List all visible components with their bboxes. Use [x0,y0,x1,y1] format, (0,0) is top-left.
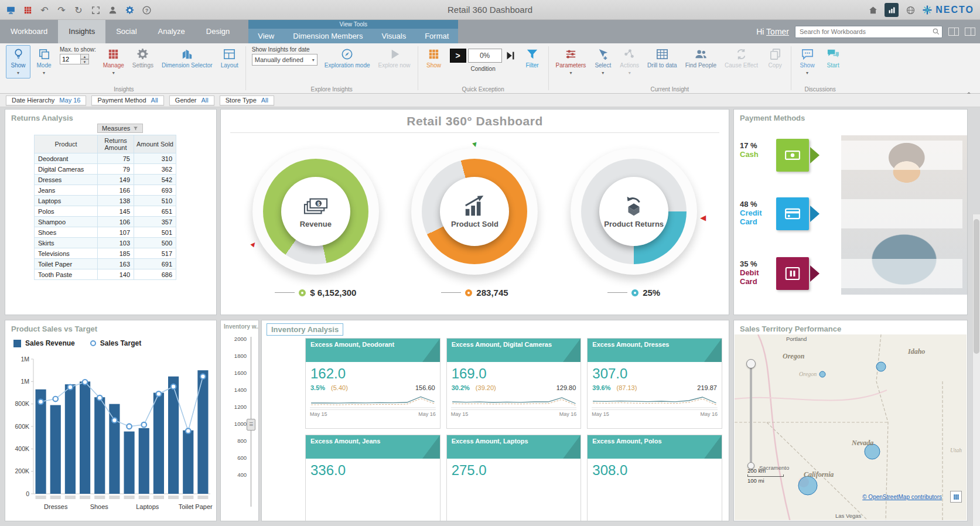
filter-payment-method[interactable]: Payment MethodAll [91,95,163,105]
user-name-link[interactable]: Tomer [766,27,789,36]
payment-method-row[interactable]: 17 % Cash [740,136,962,174]
sales-bubble[interactable] [819,371,825,377]
table-row[interactable]: Televisions185517 [35,248,176,259]
workboard-view-icon[interactable] [885,3,899,17]
tab-workboard[interactable]: Workboard [0,20,58,43]
table-row[interactable]: Polos145651 [35,206,176,217]
panel-title[interactable]: Inventory Analysis [267,323,343,336]
legend-sales-revenue[interactable]: Sales Revenue [13,339,75,347]
target-dot[interactable] [127,424,132,429]
osm-attribution-link[interactable]: © OpenStreetMap contributors [862,494,942,500]
zoom-handle[interactable] [746,359,756,368]
column-header-returns-amount[interactable]: Returns Amount [98,135,134,153]
tab-dimension-members[interactable]: Dimension Members [284,29,372,43]
actions-button[interactable]: Actions▾ [616,45,643,78]
product-returns-gauge[interactable]: Product Returns ◀ [571,148,697,275]
target-dot[interactable] [68,385,73,390]
map-zoom-slider[interactable] [746,359,756,470]
tab-view[interactable]: View [248,29,284,43]
target-dot[interactable] [38,399,43,405]
explore-now-button[interactable]: Explore now [375,45,414,71]
product-sold-gauge[interactable]: Product Sold ▼ [411,148,538,275]
revenue-bar[interactable] [153,393,164,494]
max-to-show-input[interactable] [60,54,81,64]
inventory-card[interactable]: Excess Amount, Polos308.0 [587,435,722,521]
greater-than-button[interactable]: > [450,49,466,63]
skip-to-exception-icon[interactable] [504,49,517,62]
table-row[interactable]: Tooth Paste140686 [35,269,176,280]
table-row[interactable]: Skirts103500 [35,238,176,248]
target-dot[interactable] [53,397,58,402]
dimension-selector-button[interactable]: Dimension Selector [158,45,216,71]
copy-button[interactable]: Copy [763,45,787,71]
table-row[interactable]: Laptops138510 [35,196,176,206]
layout-button[interactable]: Layout [217,45,242,71]
drill-to-data-button[interactable]: Drill to data [644,45,681,71]
target-dot[interactable] [186,428,191,433]
scrollbar-thumb[interactable] [974,219,979,354]
inventory-card[interactable]: Excess Amount, Digital Cameras169.030.2%… [446,338,582,429]
revenue-bar[interactable] [94,397,105,494]
date-mode-dropdown[interactable]: Manually defined▾ [252,54,317,66]
revenue-bar[interactable] [65,384,76,494]
table-row[interactable]: Deodorant75310 [35,153,176,164]
tab-design[interactable]: Design [196,20,240,43]
revenue-bar[interactable] [183,431,193,494]
spin-down-icon[interactable]: ▼ [81,59,89,64]
filter-gender[interactable]: GenderAll [169,95,214,105]
map-layers-button[interactable] [950,491,962,503]
column-header-amount-sold[interactable]: Amount Sold [134,135,176,153]
settings-button[interactable]: Settings [129,45,157,71]
mode-button[interactable]: Mode▾ [32,45,56,78]
tab-format[interactable]: Format [415,29,458,43]
revenue-gauge[interactable]: $ Revenue ▲ [252,148,379,275]
show-discussions-button[interactable]: Show▾ [795,45,819,78]
filter-date-hierarchy[interactable]: Date HierarchyMay 16 [6,95,86,105]
revenue-bar[interactable] [124,432,135,494]
zoom-track[interactable] [750,364,752,467]
start-discussion-button[interactable]: Start [821,45,845,71]
search-icon[interactable] [932,28,940,36]
table-row[interactable]: Shoes107501 [35,227,176,238]
tab-insights[interactable]: Insights [58,20,105,43]
target-dot[interactable] [83,380,88,385]
inventory-card[interactable]: Excess Amount, Jeans336.0 [305,435,441,521]
spin-up-icon[interactable]: ▲ [81,54,89,59]
manage-button[interactable]: Manage▾ [100,45,128,78]
layout-view-icon[interactable] [965,28,975,36]
table-row[interactable]: Digital Cameras79362 [35,164,176,175]
legend-sales-target[interactable]: Sales Target [90,339,141,347]
slider-handle[interactable]: ☰ [247,419,255,431]
target-dot[interactable] [141,422,146,428]
parameters-button[interactable]: Parameters▾ [552,45,590,78]
exception-filter-button[interactable]: Filter [520,45,545,71]
measures-tab[interactable]: Measures [97,124,143,133]
tab-visuals[interactable]: Visuals [372,29,415,43]
home-icon[interactable] [867,4,879,16]
revenue-bar[interactable] [139,428,149,494]
table-row[interactable]: Shampoo106357 [35,217,176,227]
split-view-icon[interactable] [948,28,959,36]
vertical-scrollbar[interactable] [972,214,980,526]
sales-bubble[interactable] [876,362,886,371]
target-dot[interactable] [171,384,176,390]
inventory-card[interactable]: Excess Amount, Laptops275.0 [446,435,582,521]
table-row[interactable]: Dresses149542 [35,175,176,185]
tab-analyze[interactable]: Analyze [148,20,196,43]
payment-method-row[interactable]: 35 % Debit Card [740,255,962,292]
show-exception-button[interactable]: Show [422,45,446,71]
target-dot[interactable] [156,391,162,397]
table-row[interactable]: Toilet Paper163691 [35,259,176,269]
revenue-bar[interactable] [36,390,46,494]
search-input[interactable] [795,26,943,38]
revenue-bar[interactable] [168,377,179,494]
tab-social[interactable]: Social [105,20,147,43]
revenue-bar[interactable] [50,405,61,494]
exploration-mode-button[interactable]: Exploration mode [321,45,374,71]
column-header-product[interactable]: Product [35,135,98,153]
target-dot[interactable] [112,418,117,423]
exception-value-field[interactable]: 0% [468,49,502,63]
inventory-card[interactable]: Excess Amount, Deodorant162.03.5%(5.40)1… [305,338,441,429]
map-canvas[interactable]: Portland Oregon Oregon Idaho Nevada Utah… [735,334,967,520]
filter-store-type[interactable]: Store TypeAll [220,95,274,105]
